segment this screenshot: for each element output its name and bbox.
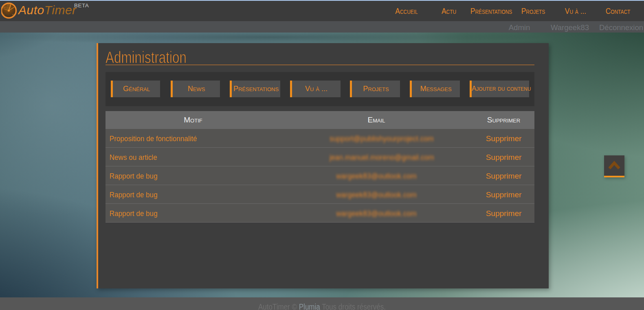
svg-text:100: 100 (2, 7, 6, 9)
svg-text:40: 40 (12, 14, 15, 16)
svg-text:80: 80 (2, 14, 5, 16)
svg-text:170: 170 (7, 4, 10, 6)
